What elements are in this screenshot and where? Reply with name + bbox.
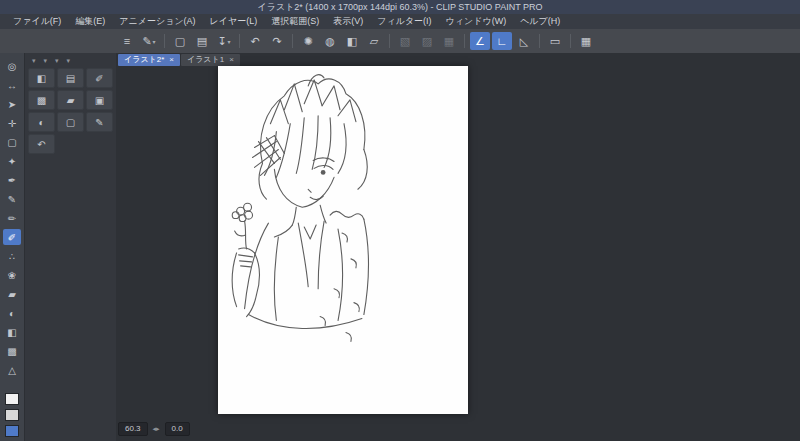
snap-to-ruler-button[interactable]: ∠ bbox=[470, 32, 490, 50]
palette-tab-icon[interactable]: ▾ bbox=[44, 57, 48, 65]
ruler-settings-button[interactable]: ▭ bbox=[545, 32, 565, 50]
toolbar-separator bbox=[292, 34, 293, 48]
main-menu-button[interactable]: ≡ bbox=[117, 32, 137, 50]
grid-button[interactable]: ▦ bbox=[576, 32, 596, 50]
redo-button[interactable]: ↷ bbox=[267, 32, 287, 50]
menu-help[interactable]: ヘルプ(H) bbox=[513, 14, 567, 29]
select-icon: ▢ bbox=[66, 117, 75, 128]
tool-eraser[interactable]: ▰ bbox=[3, 286, 21, 302]
subtool-grid: ◧ ▤ ✐ ▩ ▰ ▣ ◐ ▢ ✎ ↶ bbox=[28, 68, 114, 154]
tool-blend[interactable]: ◐ bbox=[3, 305, 21, 321]
subtool-palette: ▾ ▾ ▾ ▾ ◧ ▤ ✐ ▩ ▰ ▣ ◐ ▢ ✎ ↶ bbox=[28, 55, 114, 154]
tool-pen[interactable]: ✎ bbox=[3, 191, 21, 207]
invert-selection-button[interactable]: ▨ bbox=[417, 32, 437, 50]
titlebar: イラスト2* (1400 x 1700px 144dpi 60.3%) - CL… bbox=[0, 0, 800, 14]
selection-border-button[interactable]: ▦ bbox=[439, 32, 459, 50]
tool-airbrush[interactable]: ∴ bbox=[3, 248, 21, 264]
menu-animation[interactable]: アニメーション(A) bbox=[112, 14, 202, 29]
close-icon[interactable]: × bbox=[169, 54, 174, 66]
command-bar: ≡ ✎▾ ▢ ▤ ↧▾ ↶ ↷ ✺ ◍ ◧ ▱ ▧ ▨ ▦ ∠ ∟ ◺ ▭ ▦ bbox=[0, 29, 800, 53]
layer-move-icon: ✛ bbox=[8, 118, 16, 129]
subtool-fill[interactable]: ◧ bbox=[28, 68, 55, 88]
rotation-readout[interactable]: 0.0 bbox=[165, 422, 190, 436]
subtool-stamp[interactable]: ▣ bbox=[86, 90, 113, 110]
fill-bucket-icon: ◧ bbox=[7, 327, 16, 338]
subtool-history[interactable]: ↶ bbox=[28, 134, 55, 154]
deselect-button[interactable]: ▧ bbox=[395, 32, 415, 50]
ruler-icon: ▭ bbox=[550, 35, 560, 48]
color-swatches bbox=[5, 389, 19, 441]
pen-icon: ✎ bbox=[8, 194, 16, 205]
folder-icon: ▤ bbox=[197, 35, 207, 48]
zoom-stepper-icon[interactable]: ◂▸ bbox=[153, 425, 160, 433]
tool-eyedropper[interactable]: ✒ bbox=[3, 172, 21, 188]
menu-edit[interactable]: 編集(E) bbox=[68, 14, 112, 29]
tool-auto-select[interactable]: ✦ bbox=[3, 153, 21, 169]
layers-icon: ▤ bbox=[66, 73, 75, 84]
tool-brush[interactable]: ✐ bbox=[3, 229, 21, 245]
eraser-icon: ▰ bbox=[8, 289, 16, 300]
menu-window[interactable]: ウィンドウ(W) bbox=[439, 14, 514, 29]
sub-color-swatch[interactable] bbox=[5, 409, 19, 421]
palette-tab-icon[interactable]: ▾ bbox=[32, 57, 36, 65]
deselect-icon: ▧ bbox=[400, 35, 410, 48]
subtool-gradient[interactable]: ▩ bbox=[28, 90, 55, 110]
figure-icon: △ bbox=[8, 365, 16, 376]
menu-layer[interactable]: レイヤー(L) bbox=[203, 14, 265, 29]
document-tab-illust1[interactable]: イラスト1 × bbox=[181, 54, 240, 66]
subtool-pen[interactable]: ✎ bbox=[86, 112, 113, 132]
snap-special-ruler-icon: ∟ bbox=[497, 35, 508, 47]
menu-selection[interactable]: 選択範囲(S) bbox=[264, 14, 326, 29]
subtool-layers[interactable]: ▤ bbox=[57, 68, 84, 88]
toolbar-separator bbox=[164, 34, 165, 48]
menu-filter[interactable]: フィルター(I) bbox=[370, 14, 438, 29]
snap-to-special-ruler-button[interactable]: ∟ bbox=[492, 32, 512, 50]
palette-tab-icon[interactable]: ▾ bbox=[55, 57, 59, 65]
clear-button[interactable]: ✺ bbox=[298, 32, 318, 50]
brush-icon: ✐ bbox=[8, 232, 16, 243]
palette-tab-icon[interactable]: ▾ bbox=[67, 57, 71, 65]
tool-move[interactable]: ↔ bbox=[3, 77, 21, 93]
fill-button[interactable]: ◧ bbox=[342, 32, 362, 50]
tool-pencil[interactable]: ✏ bbox=[3, 210, 21, 226]
transparent-color-swatch[interactable] bbox=[5, 425, 19, 437]
menu-view[interactable]: 表示(V) bbox=[326, 14, 370, 29]
eraser-icon: ▰ bbox=[67, 95, 75, 106]
subtool-brush[interactable]: ✐ bbox=[86, 68, 113, 88]
tool-gradient[interactable]: ▩ bbox=[3, 343, 21, 359]
current-tool-button[interactable]: ✎▾ bbox=[139, 32, 159, 50]
tool-layer-move[interactable]: ✛ bbox=[3, 115, 21, 131]
toolbar-separator bbox=[239, 34, 240, 48]
clear-outside-selection-button[interactable]: ◍ bbox=[320, 32, 340, 50]
canvas-statusbar: 60.3 ◂▸ 0.0 bbox=[118, 422, 190, 436]
hand-icon: ↔ bbox=[7, 80, 17, 91]
airbrush-icon: ∴ bbox=[9, 251, 15, 262]
close-icon[interactable]: × bbox=[229, 54, 234, 66]
app-window: イラスト2* (1400 x 1700px 144dpi 60.3%) - CL… bbox=[0, 0, 800, 441]
main-color-swatch[interactable] bbox=[5, 393, 19, 405]
open-file-button[interactable]: ▤ bbox=[192, 32, 212, 50]
document-tab-illust2[interactable]: イラスト2* × bbox=[118, 54, 180, 66]
tool-operation[interactable]: ➤ bbox=[3, 96, 21, 112]
tool-zoom[interactable]: ◎ bbox=[3, 58, 21, 74]
drawing-canvas[interactable] bbox=[218, 66, 468, 414]
redo-icon: ↷ bbox=[272, 35, 281, 48]
undo-button[interactable]: ↶ bbox=[245, 32, 265, 50]
tool-decoration[interactable]: ❀ bbox=[3, 267, 21, 283]
tool-figure[interactable]: △ bbox=[3, 362, 21, 378]
save-file-button[interactable]: ↧▾ bbox=[214, 32, 234, 50]
document-tabbar: イラスト2* × イラスト1 × bbox=[116, 53, 800, 66]
hamburger-icon: ≡ bbox=[124, 35, 130, 47]
new-document-button[interactable]: ▢ bbox=[170, 32, 190, 50]
snap-to-grid-button[interactable]: ◺ bbox=[514, 32, 534, 50]
subtool-mixer[interactable]: ◐ bbox=[28, 112, 55, 132]
zoom-readout[interactable]: 60.3 bbox=[118, 422, 148, 436]
zoom-icon: ◎ bbox=[8, 61, 17, 72]
crop-button[interactable]: ▱ bbox=[364, 32, 384, 50]
tool-selection[interactable]: ▢ bbox=[3, 134, 21, 150]
subtool-select[interactable]: ▢ bbox=[57, 112, 84, 132]
tool-fill[interactable]: ◧ bbox=[3, 324, 21, 340]
menu-file[interactable]: ファイル(F) bbox=[6, 14, 68, 29]
toolbar-separator bbox=[464, 34, 465, 48]
subtool-eraser[interactable]: ▰ bbox=[57, 90, 84, 110]
